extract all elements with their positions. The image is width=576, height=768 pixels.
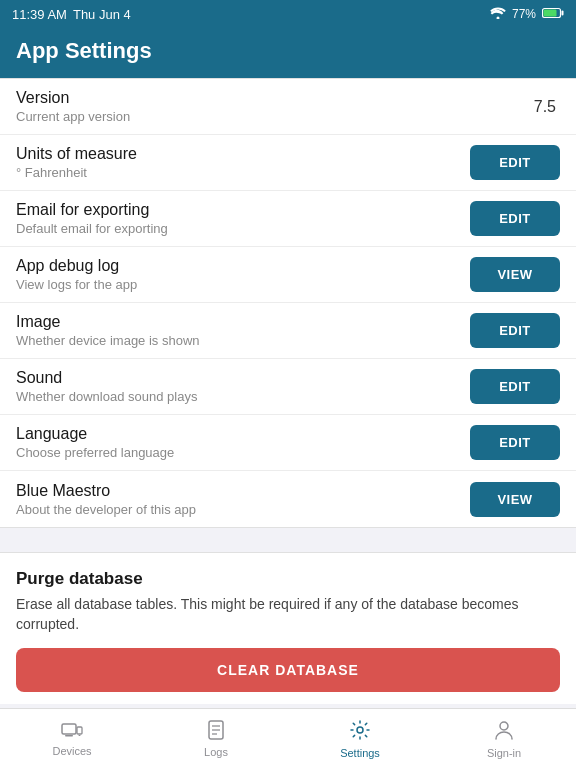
devices-icon bbox=[61, 721, 83, 742]
row-subtitle-version: Current app version bbox=[16, 109, 534, 124]
tab-logs[interactable]: Logs bbox=[144, 709, 288, 768]
battery-percent: 77% bbox=[512, 7, 536, 21]
page-title: App Settings bbox=[16, 38, 560, 64]
row-action-debug[interactable]: VIEW bbox=[470, 257, 560, 292]
row-left-email: Email for exportingDefault email for exp… bbox=[16, 201, 470, 236]
row-subtitle-debug: View logs for the app bbox=[16, 277, 470, 292]
settings-row-email[interactable]: Email for exportingDefault email for exp… bbox=[0, 191, 576, 247]
svg-rect-2 bbox=[544, 9, 557, 16]
row-subtitle-email: Default email for exporting bbox=[16, 221, 470, 236]
row-title-units: Units of measure bbox=[16, 145, 470, 163]
status-bar: 11:39 AM Thu Jun 4 77% bbox=[0, 0, 576, 28]
row-title-email: Email for exporting bbox=[16, 201, 470, 219]
row-action-units[interactable]: EDIT bbox=[470, 145, 560, 180]
settings-row-bluemaestro[interactable]: Blue MaestroAbout the developer of this … bbox=[0, 471, 576, 527]
settings-content: VersionCurrent app version7.5Units of me… bbox=[0, 78, 576, 704]
row-action-language[interactable]: EDIT bbox=[470, 425, 560, 460]
app-header: App Settings bbox=[0, 28, 576, 78]
logs-icon bbox=[206, 720, 226, 743]
settings-row-language[interactable]: LanguageChoose preferred languageEDIT bbox=[0, 415, 576, 471]
wifi-icon bbox=[490, 7, 506, 22]
svg-point-12 bbox=[500, 722, 508, 730]
row-title-sound: Sound bbox=[16, 369, 470, 387]
row-action-image[interactable]: EDIT bbox=[470, 313, 560, 348]
settings-list: VersionCurrent app version7.5Units of me… bbox=[0, 78, 576, 528]
tab-settings-label: Settings bbox=[340, 747, 380, 759]
settings-row-debug[interactable]: App debug logView logs for the appVIEW bbox=[0, 247, 576, 303]
row-subtitle-units: ° Fahrenheit bbox=[16, 165, 470, 180]
tab-settings[interactable]: Settings bbox=[288, 709, 432, 768]
row-left-image: ImageWhether device image is shown bbox=[16, 313, 470, 348]
row-subtitle-sound: Whether download sound plays bbox=[16, 389, 470, 404]
purge-title: Purge database bbox=[16, 569, 560, 589]
row-title-language: Language bbox=[16, 425, 470, 443]
svg-rect-3 bbox=[62, 724, 76, 734]
status-date: Thu Jun 4 bbox=[73, 7, 131, 22]
row-left-bluemaestro: Blue MaestroAbout the developer of this … bbox=[16, 482, 470, 517]
settings-row-sound[interactable]: SoundWhether download sound playsEDIT bbox=[0, 359, 576, 415]
row-left-debug: App debug logView logs for the app bbox=[16, 257, 470, 292]
svg-rect-6 bbox=[79, 735, 81, 736]
row-left-sound: SoundWhether download sound plays bbox=[16, 369, 470, 404]
tab-devices[interactable]: Devices bbox=[0, 709, 144, 768]
svg-point-11 bbox=[357, 727, 363, 733]
svg-rect-5 bbox=[77, 727, 82, 734]
row-subtitle-image: Whether device image is shown bbox=[16, 333, 470, 348]
settings-row-image[interactable]: ImageWhether device image is shownEDIT bbox=[0, 303, 576, 359]
tab-bar: Devices Logs Settings Sign bbox=[0, 708, 576, 768]
settings-row-version: VersionCurrent app version7.5 bbox=[0, 79, 576, 135]
row-action-bluemaestro[interactable]: VIEW bbox=[470, 482, 560, 517]
settings-icon bbox=[349, 719, 371, 744]
svg-rect-4 bbox=[65, 735, 73, 737]
row-title-version: Version bbox=[16, 89, 534, 107]
status-time: 11:39 AM bbox=[12, 7, 67, 22]
row-left-version: VersionCurrent app version bbox=[16, 89, 534, 124]
row-action-sound[interactable]: EDIT bbox=[470, 369, 560, 404]
row-title-bluemaestro: Blue Maestro bbox=[16, 482, 470, 500]
tab-signin[interactable]: Sign-in bbox=[432, 709, 576, 768]
row-left-units: Units of measure° Fahrenheit bbox=[16, 145, 470, 180]
svg-rect-1 bbox=[562, 10, 564, 15]
clear-database-button[interactable]: CLEAR DATABASE bbox=[16, 648, 560, 692]
purge-description: Erase all database tables. This might be… bbox=[16, 595, 560, 634]
tab-signin-label: Sign-in bbox=[487, 747, 521, 759]
row-value-version: 7.5 bbox=[534, 98, 556, 116]
purge-section: Purge database Erase all database tables… bbox=[0, 552, 576, 704]
tab-devices-label: Devices bbox=[52, 745, 91, 757]
settings-row-units[interactable]: Units of measure° FahrenheitEDIT bbox=[0, 135, 576, 191]
tab-logs-label: Logs bbox=[204, 746, 228, 758]
row-title-image: Image bbox=[16, 313, 470, 331]
row-subtitle-bluemaestro: About the developer of this app bbox=[16, 502, 470, 517]
signin-icon bbox=[494, 719, 514, 744]
row-title-debug: App debug log bbox=[16, 257, 470, 275]
row-left-language: LanguageChoose preferred language bbox=[16, 425, 470, 460]
battery-icon bbox=[542, 7, 564, 22]
row-subtitle-language: Choose preferred language bbox=[16, 445, 470, 460]
row-action-email[interactable]: EDIT bbox=[470, 201, 560, 236]
